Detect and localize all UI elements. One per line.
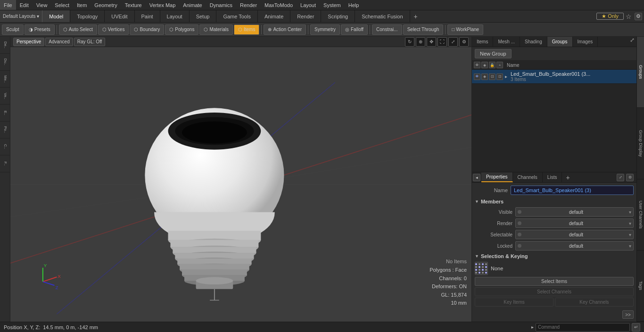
tab-model[interactable]: Model bbox=[42, 10, 70, 22]
presets-button[interactable]: ◑ Presets bbox=[25, 24, 55, 35]
sidebar-btn-me[interactable]: Me.. bbox=[0, 71, 10, 88]
menu-texture[interactable]: Texture bbox=[121, 0, 146, 10]
row-expand-icon[interactable]: ▸ bbox=[505, 74, 511, 79]
sidebar-btn-du[interactable]: Du.. bbox=[0, 54, 10, 71]
row-render-icon[interactable]: ◈ bbox=[481, 73, 488, 80]
boundary-button[interactable]: ⬡ Boundary bbox=[130, 24, 164, 35]
key-channels-button[interactable]: Key Channels bbox=[555, 298, 634, 307]
only-button[interactable]: ★ Only bbox=[596, 13, 624, 20]
work-plane-button[interactable]: □ WorkPlane bbox=[447, 24, 483, 35]
visible-select[interactable]: default ▾ bbox=[515, 207, 634, 217]
sculpt-button[interactable]: Sculpt bbox=[2, 24, 24, 35]
row-type-icon[interactable]: ⊡ bbox=[496, 73, 503, 80]
viewport-rotate-icon[interactable]: ↻ bbox=[405, 37, 414, 47]
materials-button[interactable]: ⬡ Materials bbox=[199, 24, 233, 35]
tab-uvedit[interactable]: UVEdit bbox=[105, 10, 134, 22]
viewport-pan-icon[interactable]: ✥ bbox=[427, 37, 436, 47]
far-tab-user-channels[interactable]: User Channels bbox=[637, 179, 644, 251]
menu-system[interactable]: System bbox=[320, 0, 345, 10]
perspective-button[interactable]: Perspective bbox=[13, 38, 44, 46]
add-tab-button[interactable]: + bbox=[410, 13, 421, 20]
props-tab-add[interactable]: + bbox=[562, 174, 573, 181]
props-expand-icon[interactable]: ⤢ bbox=[617, 174, 624, 181]
panel-tab-items[interactable]: Items bbox=[472, 37, 493, 47]
new-group-button[interactable]: New Group bbox=[475, 49, 512, 58]
select-channels-button[interactable]: Select Channels bbox=[475, 287, 634, 296]
ray-gl-button[interactable]: Ray GL: Off bbox=[74, 38, 106, 46]
name-input[interactable] bbox=[511, 186, 634, 195]
symmetry-button[interactable]: Symmetry bbox=[310, 24, 340, 35]
selectable-select[interactable]: default ▾ bbox=[515, 230, 634, 239]
panel-tab-shading[interactable]: Shading bbox=[520, 37, 547, 47]
locked-select[interactable]: default ▾ bbox=[515, 241, 634, 251]
sidebar-btn-c[interactable]: C.. bbox=[0, 138, 10, 155]
tab-scripting[interactable]: Scripting bbox=[321, 10, 355, 22]
far-tab-tags[interactable]: Tags bbox=[637, 251, 644, 322]
menu-select[interactable]: Select bbox=[51, 0, 73, 10]
far-tab-group-display[interactable]: Group Display bbox=[637, 108, 644, 179]
viewport-zoom-icon[interactable]: ⊕ bbox=[416, 37, 425, 47]
tab-topology[interactable]: Topology bbox=[70, 10, 105, 22]
command-input[interactable] bbox=[536, 323, 630, 332]
col-expand-icon[interactable]: + bbox=[496, 62, 503, 68]
panel-expand-icon[interactable]: ⤢ bbox=[628, 37, 636, 47]
tab-render[interactable]: Render bbox=[290, 10, 321, 22]
auto-select-button[interactable]: ⬡ Auto Select bbox=[59, 24, 97, 35]
menu-vertex-map[interactable]: Vertex Map bbox=[146, 0, 180, 10]
row-lock-icon[interactable]: ⊡ bbox=[489, 73, 495, 80]
select-items-button[interactable]: Select Items bbox=[475, 277, 634, 286]
props-tab-properties[interactable]: Properties bbox=[481, 172, 513, 182]
select-through-button[interactable]: Select Through bbox=[403, 24, 444, 35]
items-button[interactable]: ⬡ Items bbox=[234, 24, 259, 35]
viewport-settings-icon[interactable]: ⚙ bbox=[459, 37, 469, 47]
vertices-button[interactable]: ⬡ Vertices bbox=[98, 24, 129, 35]
menu-view[interactable]: View bbox=[33, 0, 51, 10]
menu-dynamics[interactable]: Dynamics bbox=[206, 0, 236, 10]
menu-animate[interactable]: Animate bbox=[179, 0, 206, 10]
menu-item[interactable]: Item bbox=[73, 0, 91, 10]
props-panel-collapse[interactable]: ◂ bbox=[473, 174, 480, 181]
advanced-button[interactable]: Advanced bbox=[45, 38, 73, 46]
action-center-button[interactable]: ⊕ Action Center bbox=[264, 24, 306, 35]
viewport-canvas[interactable]: X Y Z No Items Polygons : Face bbox=[10, 47, 471, 322]
menu-layout[interactable]: Layout bbox=[297, 0, 320, 10]
col-eye-icon[interactable]: 👁 bbox=[474, 62, 480, 68]
group-row-0[interactable]: 👁 ◈ ⊡ ⊡ ▸ Led_Smart_Bulb_Speaker001 (3..… bbox=[472, 70, 636, 84]
star-button[interactable]: ☆ bbox=[626, 13, 632, 20]
props-tab-lists[interactable]: Lists bbox=[543, 172, 562, 182]
sidebar-btn-f[interactable]: F.. bbox=[0, 155, 10, 172]
row-visible-icon[interactable]: 👁 bbox=[474, 73, 480, 80]
panel-tab-mesh[interactable]: Mesh ... bbox=[493, 37, 520, 47]
menu-edit[interactable]: Edit bbox=[16, 0, 33, 10]
sidebar-btn-e[interactable]: E.. bbox=[0, 105, 10, 121]
menu-file[interactable]: File bbox=[0, 0, 16, 10]
members-section-header[interactable]: ▼ Members bbox=[475, 199, 634, 204]
menu-render[interactable]: Render bbox=[236, 0, 261, 10]
falloff-button[interactable]: ◎ Falloff bbox=[341, 24, 368, 35]
col-render-icon[interactable]: ◈ bbox=[481, 62, 488, 68]
tab-game-tools[interactable]: Game Tools bbox=[216, 10, 258, 22]
sidebar-btn-de[interactable]: De.. bbox=[0, 37, 10, 54]
col-lock-icon[interactable]: 🔒 bbox=[489, 62, 495, 68]
layout-selector[interactable]: Default Layouts ▾ bbox=[3, 14, 39, 19]
polygons-button[interactable]: ⬡ Polygons bbox=[165, 24, 198, 35]
menu-help[interactable]: Help bbox=[345, 0, 363, 10]
panel-tab-groups[interactable]: Groups bbox=[547, 37, 573, 47]
tab-setup[interactable]: Setup bbox=[190, 10, 217, 22]
props-settings-icon[interactable]: ⚙ bbox=[626, 174, 634, 181]
command-expand-icon[interactable]: ▸ bbox=[531, 324, 534, 330]
tab-paint[interactable]: Paint bbox=[135, 10, 160, 22]
tab-animate[interactable]: Animate bbox=[258, 10, 290, 22]
panel-tab-images[interactable]: Images bbox=[573, 37, 598, 47]
settings-icon[interactable]: ⚙ bbox=[635, 13, 642, 20]
render-select[interactable]: default ▾ bbox=[515, 219, 634, 228]
menu-geometry[interactable]: Geometry bbox=[91, 0, 121, 10]
command-go-button[interactable]: ↵ bbox=[632, 323, 640, 332]
key-items-button[interactable]: Key Items bbox=[475, 298, 553, 307]
tab-layout[interactable]: Layout bbox=[160, 10, 190, 22]
tab-schematic-fusion[interactable]: Schematic Fusion bbox=[355, 10, 410, 22]
keying-icon-button[interactable] bbox=[475, 262, 488, 275]
far-tab-groups[interactable]: Groups bbox=[637, 37, 644, 108]
viewport-fit-icon[interactable]: ⛶ bbox=[438, 37, 447, 47]
expand-arrow-button[interactable]: >> bbox=[622, 310, 634, 319]
